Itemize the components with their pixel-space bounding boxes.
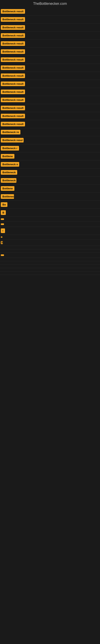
bottleneck-badge[interactable]: Bottleneck result (1, 82, 25, 86)
result-row: Bottleneck result (0, 40, 100, 48)
bottleneck-badge[interactable]: • (1, 228, 5, 233)
result-row: Bottleneck result (0, 16, 100, 24)
result-row (0, 235, 100, 240)
result-row: Bottleneck (0, 192, 100, 201)
bottleneck-badge[interactable]: Bottlene (1, 154, 14, 158)
bottleneck-badge[interactable]: Bottleneck result (1, 98, 25, 102)
bottleneck-badge[interactable]: Bottleneck result (1, 74, 25, 78)
result-row (0, 217, 100, 222)
bottleneck-badge[interactable]: Bottleneck result (1, 25, 25, 30)
bottleneck-badge[interactable]: Bottleneck result (1, 114, 25, 118)
bottleneck-badge[interactable]: Bottleneck resul (1, 138, 24, 142)
result-row: Bottleneck result (0, 80, 100, 88)
result-row: Bott (0, 240, 100, 246)
result-row: Bottleneck result (0, 24, 100, 32)
result-row: Bottleneck result (0, 56, 100, 64)
result-row: Bottleneck result (0, 48, 100, 56)
result-row: Bottleneck result (0, 112, 100, 120)
bottleneck-badge[interactable] (1, 254, 4, 256)
bottleneck-badge[interactable]: Bott (1, 241, 3, 244)
result-row: Bottleneck result (0, 32, 100, 40)
bottleneck-badge[interactable]: Bottleneck result (1, 90, 25, 94)
result-row: Bottleneck r (0, 144, 100, 152)
site-title: TheBottlenecker.com (0, 0, 100, 8)
bottleneck-badge[interactable] (1, 224, 4, 225)
bottleneck-badge[interactable]: Bottleneck (1, 194, 14, 199)
result-row (0, 272, 100, 275)
result-row (0, 246, 100, 249)
result-row: Bottleneck result (0, 96, 100, 104)
result-row: Bo (0, 201, 100, 209)
result-row: Bottleneck result (0, 72, 100, 80)
bottleneck-badge[interactable]: Bottleneck result (1, 33, 25, 38)
result-row: Bottleneck re (0, 176, 100, 184)
bottleneck-badge[interactable]: Bottleneck result (1, 41, 25, 46)
bottleneck-badge[interactable] (1, 218, 4, 220)
bottleneck-badge[interactable]: Bottleneck result (1, 49, 25, 54)
result-row: Bottleneck n (0, 160, 100, 168)
result-row (0, 261, 100, 265)
result-row: Bottlene (0, 184, 100, 192)
result-row: Bottleneck re (0, 128, 100, 136)
bottleneck-badge[interactable]: Bottleneck result (1, 17, 25, 22)
result-row: • (0, 227, 100, 235)
result-row (0, 265, 100, 268)
result-row (0, 268, 100, 272)
result-row (0, 222, 100, 227)
result-row: Bottleneck result (0, 88, 100, 96)
result-row: Bottleneck (0, 168, 100, 176)
bottleneck-badge[interactable]: Bottlene (1, 186, 14, 191)
bottleneck-badge[interactable]: Bo (1, 202, 7, 207)
bottleneck-badge[interactable]: Bottleneck result (1, 122, 25, 126)
bottleneck-badge[interactable]: B (1, 210, 6, 215)
bottleneck-badge[interactable]: Bottleneck r (1, 146, 19, 150)
result-row (0, 253, 100, 258)
result-row (0, 249, 100, 253)
result-row: Bottleneck result (0, 8, 100, 16)
result-row: Bottlene (0, 152, 100, 160)
result-row: Bottleneck result (0, 120, 100, 128)
bottleneck-badge[interactable] (1, 236, 2, 238)
bottleneck-badge[interactable]: Bottleneck result (1, 57, 25, 62)
bottleneck-badge[interactable]: Bottleneck result (1, 66, 25, 70)
bottleneck-badge[interactable]: Bottleneck result (1, 106, 25, 110)
bottleneck-badge[interactable]: Bottleneck n (1, 162, 19, 167)
result-row: Bottleneck result (0, 64, 100, 72)
bottleneck-badge[interactable]: Bottleneck result (1, 9, 25, 14)
bottleneck-badge[interactable]: Bottleneck re (1, 130, 20, 134)
bottleneck-badge[interactable]: Bottleneck re (1, 178, 16, 183)
bottleneck-badge[interactable]: Bottleneck (1, 170, 17, 175)
result-row: B (0, 209, 100, 217)
result-row: Bottleneck resul (0, 136, 100, 144)
result-row: Bottleneck result (0, 104, 100, 112)
result-row (0, 258, 100, 261)
